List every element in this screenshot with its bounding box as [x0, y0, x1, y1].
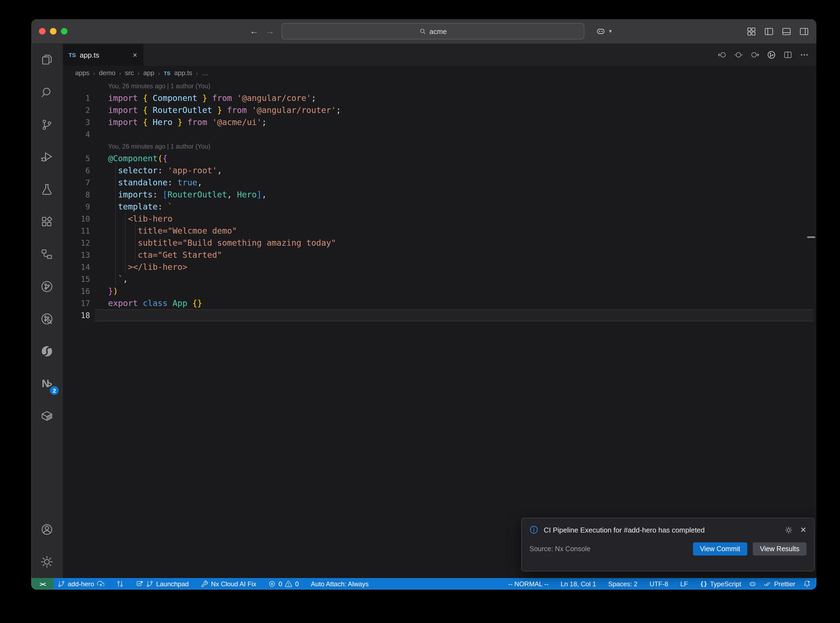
breadcrumb-file[interactable]: app.ts — [174, 69, 192, 77]
breadcrumb-app[interactable]: app — [143, 69, 154, 77]
breadcrumb-src[interactable]: src — [125, 69, 134, 77]
code-line-17[interactable]: 17export class App {} — [63, 297, 816, 309]
activity-bar-item-devtools[interactable] — [31, 335, 63, 367]
activity-bar-item-nx-console[interactable]: N>2 — [31, 367, 63, 400]
activity-bar-item-source-control[interactable] — [31, 109, 63, 141]
command-center: ← → acme ▼ — [250, 19, 613, 43]
notification-close-icon[interactable]: ✕ — [800, 525, 806, 534]
activity-bar-item-testing[interactable] — [31, 173, 63, 206]
status-launchpad[interactable]: Launchpad — [132, 578, 193, 589]
code-editor[interactable]: You, 26 minutes ago | 1 author (You)1imp… — [63, 80, 816, 578]
status-eol[interactable]: LF — [677, 578, 692, 589]
code-line-5[interactable]: 5@Component({ — [63, 152, 816, 164]
code-line-15[interactable]: 15 `, — [63, 273, 816, 285]
code-line-6[interactable]: 6 selector: 'app-root', — [63, 164, 816, 176]
braces-icon: {} — [700, 580, 708, 587]
commit-graph-icon[interactable] — [767, 51, 776, 59]
code-line-18[interactable]: 18 — [63, 309, 816, 321]
notification-settings-gear-icon[interactable] — [785, 526, 793, 534]
split-editor-icon[interactable] — [783, 51, 792, 59]
line-number: 9 — [63, 201, 108, 213]
close-window-button[interactable] — [39, 28, 46, 35]
activity-bar-item-explorer[interactable] — [31, 44, 63, 76]
code-line-12[interactable]: 12 subtitle="Build something amazing tod… — [63, 237, 816, 249]
tab-app-ts[interactable]: TS app.ts × — [63, 44, 143, 66]
activity-bar-item-gitlens[interactable] — [31, 270, 63, 303]
code-line-7[interactable]: 7 standalone: true, — [63, 176, 816, 189]
status-git-branch-status[interactable]: add-hero — [54, 578, 108, 589]
chevron-down-icon: ▼ — [608, 29, 613, 34]
activity-bar-item-containers[interactable] — [31, 400, 63, 432]
more-actions-icon[interactable] — [800, 51, 809, 59]
next-change-icon[interactable] — [751, 51, 759, 59]
code-line-10[interactable]: 10 <lib-hero — [63, 213, 816, 225]
line-number: 11 — [63, 225, 108, 237]
breadcrumb-overflow[interactable]: … — [202, 69, 208, 77]
status-problems[interactable]: 00 — [264, 578, 303, 589]
activity-bar-item-accounts[interactable] — [31, 513, 63, 546]
copilot-menu[interactable]: ▼ — [596, 26, 613, 36]
status-language-mode[interactable]: {}TypeScript — [696, 578, 745, 589]
status-cursor-position[interactable]: Ln 18, Col 1 — [557, 578, 600, 589]
navigate-back-button[interactable]: ← — [250, 27, 258, 36]
indent-guide — [125, 213, 126, 273]
activity-bar-item-gitlens-inspect[interactable] — [31, 303, 63, 335]
minimize-window-button[interactable] — [50, 28, 57, 35]
activity-bar-item-settings[interactable] — [31, 546, 63, 578]
status-vim-mode[interactable]: -- NORMAL -- — [504, 578, 552, 589]
line-number: 4 — [63, 128, 108, 140]
code-line-8[interactable]: 8 imports: [RouterOutlet, Hero], — [63, 189, 816, 201]
status-auto-attach[interactable]: Auto Attach: Always — [307, 578, 373, 589]
activity-bar-item-run-and-debug[interactable] — [31, 141, 63, 173]
command-center-search[interactable]: acme — [281, 23, 584, 40]
line-number: 17 — [63, 297, 108, 309]
git-branch-icon — [58, 580, 65, 588]
copilot-icon — [596, 26, 606, 36]
title-bar: ← → acme ▼ — [31, 19, 816, 44]
status-encoding[interactable]: UTF-8 — [646, 578, 672, 589]
code-line-1[interactable]: 1import { Component } from '@angular/cor… — [63, 92, 816, 104]
toggle-primary-sidebar-icon[interactable] — [764, 27, 774, 36]
code-line-9[interactable]: 9 template: ` — [63, 201, 816, 213]
code-line-2[interactable]: 2import { RouterOutlet } from '@angular/… — [63, 104, 816, 116]
window-controls — [39, 19, 68, 43]
toggle-panel-icon[interactable] — [782, 27, 791, 36]
zoom-window-button[interactable] — [61, 28, 68, 35]
badge: 2 — [50, 386, 59, 395]
toggle-secondary-sidebar-icon[interactable] — [799, 27, 809, 36]
cloud-upload-icon — [97, 580, 104, 588]
breadcrumb[interactable]: apps›demo›src›app›TSapp.ts›… — [63, 66, 816, 80]
code-line-11[interactable]: 11 title="Welcmoe demo" — [63, 225, 816, 237]
line-number: 16 — [63, 285, 108, 297]
breadcrumb-apps[interactable]: apps — [75, 69, 89, 77]
status-indentation[interactable]: Spaces: 2 — [604, 578, 641, 589]
line-number: 1 — [63, 92, 108, 104]
status-nx-cloud-ai-fix[interactable]: Nx Cloud AI Fix — [197, 578, 260, 589]
activity-bar-item-extensions[interactable] — [31, 206, 63, 238]
search-value: acme — [429, 27, 447, 35]
view-results-button[interactable]: View Results — [753, 542, 806, 555]
git-blame-annotation: You, 26 minutes ago | 1 author (You) — [63, 140, 816, 152]
status-remote-indicator[interactable]: >< — [31, 578, 54, 589]
code-line-4[interactable]: 4 — [63, 128, 816, 140]
status-notifications-bell[interactable] — [799, 578, 814, 589]
line-number: 8 — [63, 189, 108, 201]
code-line-13[interactable]: 13 cta="Get Started" — [63, 249, 816, 261]
code-line-3[interactable]: 3import { Hero } from '@acme/ui'; — [63, 116, 816, 128]
status-formatter-prettier[interactable]: Prettier — [760, 578, 799, 589]
navigate-forward-button[interactable]: → — [266, 27, 274, 36]
code-line-14[interactable]: 14 ></lib-hero> — [63, 261, 816, 273]
indent-guide — [115, 164, 116, 285]
compare-change-icon[interactable] — [734, 51, 743, 59]
code-line-16[interactable]: 16}) — [63, 285, 816, 297]
activity-bar-item-flow-view[interactable] — [31, 238, 63, 270]
view-commit-button[interactable]: View Commit — [693, 542, 747, 555]
close-tab-icon[interactable]: × — [133, 51, 137, 59]
customize-layout-icon[interactable] — [747, 27, 756, 36]
line-number: 13 — [63, 249, 108, 261]
previous-change-icon[interactable] — [718, 51, 726, 59]
activity-bar-item-search[interactable] — [31, 76, 63, 109]
status-copilot-status[interactable] — [745, 578, 760, 589]
status-ci-pipeline-status[interactable] — [112, 578, 127, 589]
breadcrumb-demo[interactable]: demo — [99, 69, 115, 77]
